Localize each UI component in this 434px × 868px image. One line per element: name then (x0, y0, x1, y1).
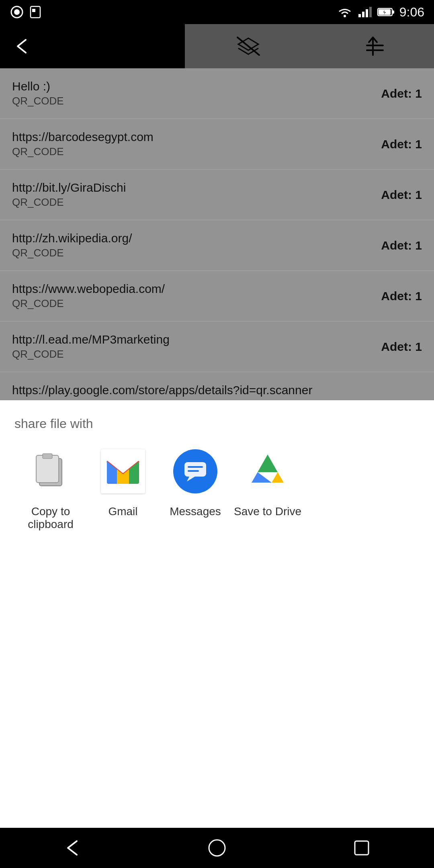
item-subtitle: QR_CODE (12, 196, 126, 209)
list-item[interactable]: http://zh.wikipedia.org/ QR_CODE Adet: 1 (0, 220, 434, 271)
svg-point-4 (344, 15, 346, 17)
list-item[interactable]: Hello :) QR_CODE Adet: 1 (0, 68, 434, 119)
svg-point-1 (14, 9, 20, 15)
item-subtitle: QR_CODE (12, 348, 170, 360)
sort-icon (361, 34, 385, 58)
svg-rect-3 (32, 9, 35, 12)
status-right-icons: 9:06 (337, 5, 424, 20)
status-left-icons (10, 5, 43, 19)
item-title: Hello :) (12, 80, 64, 93)
nav-back-icon (62, 838, 82, 858)
item-title: http://zh.wikipedia.org/ (12, 231, 132, 245)
share-app-messages[interactable]: Messages (159, 447, 231, 531)
status-bar: 9:06 (0, 0, 434, 24)
list-item-left: https://barcodesegypt.com QR_CODE (12, 130, 154, 158)
list-item[interactable]: http://bit.ly/GiraDischi QR_CODE Adet: 1 (0, 170, 434, 220)
share-app-gmail[interactable]: Gmail (87, 447, 159, 531)
list-item-left: Hello :) QR_CODE (12, 80, 64, 107)
svg-rect-14 (36, 455, 59, 483)
item-subtitle: QR_CODE (12, 95, 64, 107)
nav-recent-button[interactable] (352, 838, 372, 858)
share-sheet: share file with Copy to clipboard (0, 400, 434, 555)
svg-rect-6 (362, 12, 364, 17)
partial-list-item: https://play.google.com/store/apps/detai… (0, 372, 434, 400)
list-item[interactable]: http://l.ead.me/MP3marketing QR_CODE Ade… (0, 321, 434, 372)
circle-icon (10, 5, 24, 19)
sim-icon (28, 5, 43, 19)
clipboard-icon (27, 447, 75, 495)
nav-home-icon (207, 838, 227, 858)
share-app-label: Gmail (108, 505, 137, 518)
gmail-icon (99, 447, 147, 495)
svg-rect-15 (43, 454, 52, 459)
content-area: Hello :) QR_CODE Adet: 1 https://barcode… (0, 68, 434, 400)
svg-rect-8 (369, 7, 372, 17)
item-title: https://www.webopedia.com/ (12, 282, 165, 296)
svg-rect-16 (184, 462, 206, 477)
layers-off-icon (234, 34, 262, 58)
list-item[interactable]: https://www.webopedia.com/ QR_CODE Adet:… (0, 271, 434, 321)
share-app-label: Save to Drive (234, 505, 301, 518)
share-app-label: Messages (170, 505, 221, 518)
svg-rect-10 (392, 10, 394, 14)
nav-back-button[interactable] (62, 838, 82, 858)
toolbar (0, 24, 434, 68)
svg-rect-18 (188, 466, 203, 468)
share-app-label: Copy to clipboard (14, 505, 87, 531)
battery-icon (377, 7, 395, 17)
item-count: Adet: 1 (381, 188, 422, 202)
item-title: http://bit.ly/GiraDischi (12, 181, 126, 194)
item-count: Adet: 1 (381, 289, 422, 303)
svg-rect-5 (358, 14, 361, 17)
nav-home-button[interactable] (207, 838, 227, 858)
item-subtitle: QR_CODE (12, 145, 154, 158)
item-count: Adet: 1 (381, 87, 422, 100)
share-apps-row: Copy to clipboard Gmail (0, 439, 434, 555)
nav-recent-icon (352, 838, 372, 858)
status-time: 9:06 (399, 5, 424, 20)
svg-point-25 (209, 840, 225, 856)
nav-bar (0, 828, 434, 868)
signal-icon (358, 6, 372, 18)
sort-button[interactable] (361, 34, 385, 58)
svg-marker-22 (252, 472, 272, 483)
toolbar-right (185, 24, 434, 68)
list-item-left: https://www.webopedia.com/ QR_CODE (12, 282, 165, 310)
item-subtitle: QR_CODE (12, 247, 132, 259)
white-space-filler (0, 555, 434, 828)
drive-icon (244, 447, 292, 495)
svg-rect-7 (366, 9, 368, 17)
item-subtitle: QR_CODE (12, 297, 165, 310)
svg-rect-26 (355, 841, 368, 855)
list-item-left: http://bit.ly/GiraDischi QR_CODE (12, 181, 126, 209)
list-item-left: http://l.ead.me/MP3marketing QR_CODE (12, 333, 170, 360)
svg-rect-19 (188, 470, 199, 472)
messages-icon (171, 447, 219, 495)
list-item[interactable]: https://barcodesegypt.com QR_CODE Adet: … (0, 119, 434, 170)
share-app-save-to-drive[interactable]: Save to Drive (231, 447, 304, 531)
item-count: Adet: 1 (381, 340, 422, 354)
share-sheet-title: share file with (0, 400, 434, 439)
item-count: Adet: 1 (381, 137, 422, 151)
svg-marker-21 (258, 454, 278, 472)
partial-item-text: https://play.google.com/store/apps/detai… (12, 383, 312, 397)
svg-marker-23 (272, 472, 284, 483)
svg-marker-17 (187, 477, 195, 481)
item-count: Adet: 1 (381, 239, 422, 252)
back-button[interactable] (12, 37, 31, 56)
item-title: https://barcodesegypt.com (12, 130, 154, 144)
back-arrow-icon (12, 37, 31, 56)
share-app-copy-clipboard[interactable]: Copy to clipboard (14, 447, 87, 531)
list-item-left: http://zh.wikipedia.org/ QR_CODE (12, 231, 132, 259)
toolbar-left (0, 24, 185, 68)
item-title: http://l.ead.me/MP3marketing (12, 333, 170, 346)
layers-off-button[interactable] (234, 34, 262, 58)
wifi-icon (337, 6, 353, 18)
